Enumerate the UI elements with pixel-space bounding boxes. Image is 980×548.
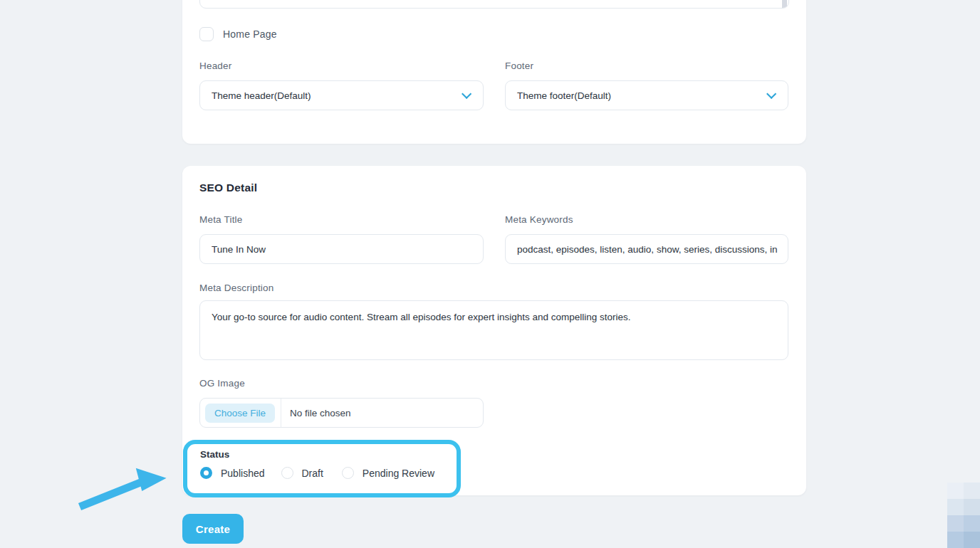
meta-keywords-input[interactable]: podcast, episodes, listen, audio, show, … — [505, 234, 788, 264]
page-settings-card: something here to engage your mind. Home… — [182, 0, 806, 144]
meta-title-value: Tune In Now — [212, 244, 266, 255]
footer-select[interactable]: Theme footer(Default) — [505, 80, 788, 110]
radio-option-pending-review[interactable]: Pending Review — [342, 467, 434, 479]
header-select-label: Header — [199, 60, 231, 71]
radio-label-published: Published — [221, 468, 265, 479]
radio-option-draft[interactable]: Draft — [281, 467, 323, 479]
textarea-scrollbar-thumb[interactable] — [782, 0, 787, 9]
chevron-down-icon — [766, 89, 776, 99]
radio-icon-published[interactable] — [200, 467, 212, 479]
meta-keywords-value: podcast, episodes, listen, audio, show, … — [517, 244, 777, 255]
meta-keywords-label: Meta Keywords — [505, 214, 573, 225]
meta-description-value: Your go-to source for audio content. Str… — [212, 312, 631, 322]
home-page-checkbox[interactable] — [199, 27, 214, 41]
status-highlight-box: Status Published Draft Pending Review — [183, 440, 461, 497]
annotation-arrow-icon — [71, 461, 174, 515]
pixelated-watermark — [947, 483, 980, 548]
header-select[interactable]: Theme header(Default) — [199, 80, 484, 110]
home-page-checkbox-label: Home Page — [223, 28, 277, 40]
radio-icon-pending-review[interactable] — [342, 467, 354, 479]
radio-option-published[interactable]: Published — [200, 467, 265, 479]
meta-title-input[interactable]: Tune In Now — [199, 234, 484, 264]
header-select-value: Theme header(Default) — [212, 90, 311, 101]
radio-icon-draft[interactable] — [281, 467, 293, 479]
seo-detail-heading: SEO Detail — [199, 181, 257, 194]
radio-label-pending-review: Pending Review — [363, 468, 434, 479]
og-image-label: OG Image — [199, 378, 245, 389]
footer-select-value: Theme footer(Default) — [517, 90, 611, 101]
radio-label-draft: Draft — [302, 468, 323, 479]
footer-select-label: Footer — [505, 60, 533, 71]
meta-title-label: Meta Title — [199, 214, 243, 225]
choose-file-button[interactable]: Choose File — [205, 404, 275, 423]
og-image-file-input[interactable]: Choose File No file chosen — [199, 398, 484, 428]
chevron-down-icon — [462, 89, 471, 99]
create-button[interactable]: Create — [182, 514, 244, 544]
status-label: Status — [200, 449, 229, 460]
description-textarea[interactable]: something here to engage your mind. — [199, 0, 789, 9]
meta-description-label: Meta Description — [199, 283, 274, 293]
file-chosen-text: No file chosen — [290, 408, 351, 418]
file-input-divider — [281, 398, 281, 428]
meta-description-textarea[interactable]: Your go-to source for audio content. Str… — [199, 300, 788, 360]
seo-detail-card: SEO Detail Meta Title Meta Keywords Tune… — [182, 166, 806, 495]
